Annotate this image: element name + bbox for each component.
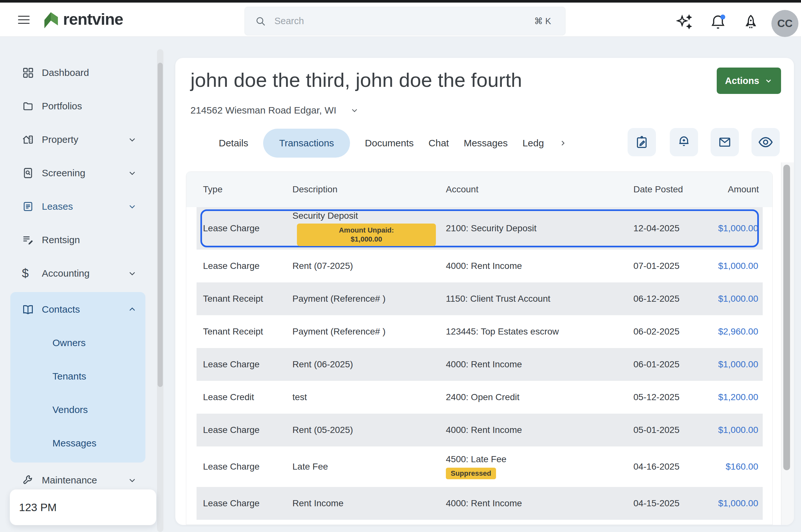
lease-detail-card: john doe the third, john doe the fourth … bbox=[175, 58, 794, 525]
table-row[interactable]: Lease Charge Rent Income 4000: Rent Inco… bbox=[196, 487, 763, 520]
sidebar-item-label: Accounting bbox=[42, 268, 90, 279]
menu-hamburger-icon[interactable] bbox=[18, 13, 31, 26]
sidebar-item-dashboard[interactable]: Dashboard bbox=[0, 63, 168, 83]
dollar-icon: $ bbox=[22, 267, 34, 280]
sidebar-nav: Dashboard Portfolios Property bbox=[0, 36, 168, 532]
suppressed-badge: Suppressed bbox=[446, 468, 496, 479]
sidebar-item-owners[interactable]: Owners bbox=[0, 333, 168, 353]
rentsign-pen-icon bbox=[22, 234, 34, 246]
table-row[interactable]: Tenant Receipt Payment (Reference# ) 115… bbox=[196, 282, 763, 315]
sidebar-item-maintenance[interactable]: Maintenance bbox=[0, 470, 168, 490]
amount-link[interactable]: $1,000.00 bbox=[718, 294, 758, 304]
note-edit-button[interactable] bbox=[628, 128, 656, 156]
account-cell: 4500: Late Fee Suppressed bbox=[446, 454, 506, 479]
sidebar-item-label: Leases bbox=[42, 201, 73, 212]
property-address-dropdown[interactable]: 214562 Wiesman Road Edgar, WI bbox=[190, 105, 359, 116]
folder-icon bbox=[22, 100, 34, 112]
amount-link[interactable]: $1,000.00 bbox=[718, 498, 758, 509]
dashboard-grid-icon bbox=[22, 66, 34, 79]
chevron-down-icon bbox=[127, 475, 137, 485]
sidebar-subitem-label: Tenants bbox=[53, 371, 86, 382]
tab-ledger-truncated[interactable]: Ledg bbox=[522, 138, 544, 149]
maintenance-wrench-icon bbox=[22, 474, 34, 486]
sidebar-item-contacts[interactable]: Contacts bbox=[0, 300, 168, 319]
lease-clipboard-icon bbox=[22, 201, 34, 213]
tab-transactions-active[interactable]: Transactions bbox=[263, 129, 350, 158]
sidebar-item-vendors[interactable]: Vendors bbox=[0, 400, 168, 419]
sidebar-item-rentsign[interactable]: Rentsign bbox=[0, 230, 168, 250]
sidebar-item-leases[interactable]: Leases bbox=[0, 196, 168, 216]
search-shortcut-hint: ⌘ K bbox=[534, 16, 551, 26]
brand-name: rentvine bbox=[63, 10, 123, 28]
sidebar-item-label: Dashboard bbox=[42, 67, 89, 78]
app-header: rentvine Search ⌘ K bbox=[0, 3, 801, 37]
table-row[interactable]: Lease Charge Rent (07-2025) 4000: Rent I… bbox=[196, 250, 763, 282]
column-header-date-posted: Date Posted bbox=[633, 184, 683, 195]
search-icon bbox=[255, 16, 266, 27]
amount-link[interactable]: $1,000.00 bbox=[718, 359, 758, 369]
rentvine-logo[interactable]: rentvine bbox=[42, 10, 123, 29]
notifications-bell-icon[interactable] bbox=[709, 13, 727, 31]
search-placeholder: Search bbox=[274, 16, 534, 26]
tab-details[interactable]: Details bbox=[219, 138, 248, 149]
table-row-selected[interactable]: Lease Charge Security Deposit Amount Unp… bbox=[196, 207, 763, 250]
sidebar-item-label: Rentsign bbox=[42, 234, 80, 245]
amount-link[interactable]: $2,960.00 bbox=[718, 326, 758, 337]
user-avatar[interactable]: CC bbox=[771, 10, 798, 37]
chevron-down-icon bbox=[127, 202, 137, 211]
sidebar-item-label: Portfolios bbox=[42, 101, 82, 112]
sidebar-subitem-label: Vendors bbox=[53, 404, 88, 415]
column-header-type: Type bbox=[203, 184, 223, 195]
tabs-scroll-right-chevron-icon[interactable] bbox=[559, 138, 568, 148]
leaf-icon bbox=[42, 10, 60, 29]
window-top-strip bbox=[0, 0, 801, 3]
page-title: john doe the third, john doe the fourth bbox=[190, 68, 522, 92]
column-header-description: Description bbox=[292, 184, 338, 195]
table-row[interactable]: Lease Charge Late Fee 4500: Late Fee Sup… bbox=[196, 446, 763, 487]
amount-link[interactable]: $160.00 bbox=[726, 461, 758, 472]
tab-chat[interactable]: Chat bbox=[428, 138, 449, 149]
content-scrollbar-thumb[interactable] bbox=[783, 165, 790, 470]
mail-button[interactable] bbox=[711, 128, 739, 156]
global-search-input[interactable]: Search ⌘ K bbox=[245, 7, 566, 35]
property-house-icon bbox=[22, 133, 34, 146]
sidebar-subitem-label: Owners bbox=[53, 337, 85, 348]
table-header-row: Type Description Account Date Posted Amo… bbox=[186, 172, 773, 207]
amount-link[interactable]: $1,000.00 bbox=[718, 223, 758, 233]
sidebar-item-messages[interactable]: Messages bbox=[0, 434, 168, 453]
sidebar-item-portfolios[interactable]: Portfolios bbox=[0, 96, 168, 116]
amount-unpaid-badge: Amount Unpaid: $1,000.00 bbox=[297, 224, 436, 246]
property-address: 214562 Wiesman Road Edgar, WI bbox=[190, 105, 337, 116]
chevron-down-icon bbox=[764, 77, 773, 85]
chevron-down-icon bbox=[127, 168, 137, 178]
bell-add-button[interactable] bbox=[670, 128, 698, 156]
tab-documents[interactable]: Documents bbox=[365, 138, 414, 149]
table-row[interactable]: Lease Charge Rent (05-2025) 4000: Rent I… bbox=[196, 414, 763, 446]
sidebar-item-property[interactable]: Property bbox=[0, 130, 168, 150]
chevron-down-icon bbox=[127, 135, 137, 145]
column-header-account: Account bbox=[446, 184, 478, 195]
transactions-table: Type Description Account Date Posted Amo… bbox=[186, 171, 773, 525]
time-toast: 123 PM bbox=[9, 489, 156, 525]
amount-link[interactable]: $1,000.00 bbox=[718, 425, 758, 435]
chevron-up-icon bbox=[127, 305, 137, 314]
column-header-amount: Amount bbox=[728, 184, 759, 195]
whats-new-rocket-icon[interactable] bbox=[742, 13, 760, 31]
sidebar-item-screening[interactable]: Screening bbox=[0, 163, 168, 183]
avatar-initials: CC bbox=[777, 17, 793, 30]
amount-link[interactable]: $1,200.00 bbox=[718, 392, 758, 402]
tab-messages[interactable]: Messages bbox=[463, 138, 508, 149]
app-window: rentvine Search ⌘ K bbox=[0, 0, 801, 532]
sidebar-item-tenants[interactable]: Tenants bbox=[0, 367, 168, 386]
table-row[interactable]: Lease Credit test 2400: Open Credit 05-1… bbox=[196, 381, 763, 414]
sidebar-item-accounting[interactable]: $ Accounting bbox=[0, 263, 168, 283]
table-row[interactable]: Tenant Receipt Payment (Reference# ) 123… bbox=[196, 315, 763, 348]
sidebar-item-label: Property bbox=[42, 134, 78, 145]
table-row[interactable]: Lease Charge Rent (06-2025) 4000: Rent I… bbox=[196, 348, 763, 381]
sidebar-item-label: Contacts bbox=[42, 304, 80, 315]
actions-button[interactable]: Actions bbox=[717, 68, 781, 94]
amount-link[interactable]: $1,000.00 bbox=[718, 261, 758, 271]
eye-watch-button[interactable] bbox=[751, 128, 780, 156]
ai-sparkles-icon[interactable] bbox=[675, 13, 693, 31]
time-toast-text: 123 PM bbox=[19, 501, 57, 514]
